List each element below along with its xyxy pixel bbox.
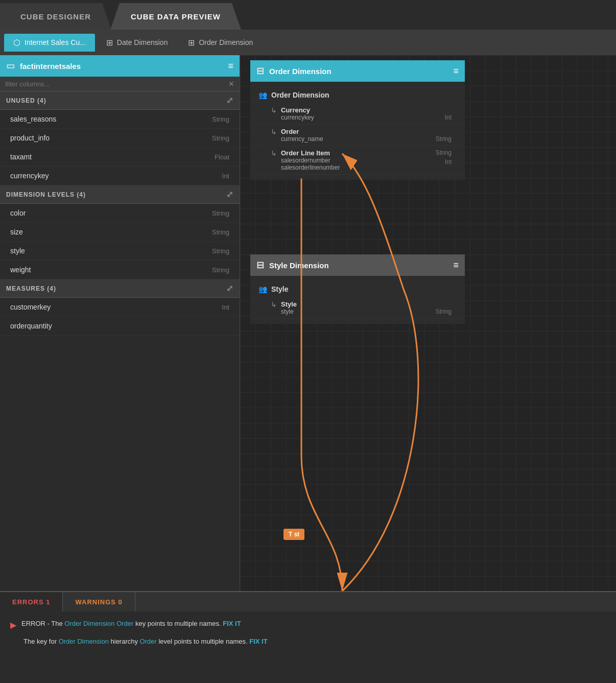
arrow-icon-order: ↳ [271,128,277,136]
main-content: ▭ factinternetsales ≡ ✕ UNUSED (4) ⤢ sal… [0,55,616,591]
order-dim-menu-icon[interactable]: ≡ [453,66,459,77]
error-text-2: The key for Order Dimension hierarchy Or… [23,637,268,647]
section-unused: UNUSED (4) ⤢ [0,91,240,110]
sub-tab-order-dimension[interactable]: ⊞ Order Dimension [179,34,262,52]
right-panel: ⊟ Order Dimension ≡ 👥 Order Dimension ↳ … [240,55,616,591]
section-expand-measures[interactable]: ⤢ [226,284,233,293]
left-panel-header: ▭ factinternetsales ≡ [0,55,240,77]
error-row-1: ▶ ERROR - The Order Dimension Order key … [10,619,606,631]
drag-badge[interactable]: T st [283,529,304,540]
style-dim-header: ⊟ Style Dimension ≡ [250,254,465,276]
style-hierarchy-icon: 👥 [258,285,267,293]
sub-tab-bar: ⬡ Internet Sales Cu... ⊞ Date Dimension … [0,30,616,55]
section-expand-dim[interactable]: ⤢ [226,190,233,199]
tab-bar: CUBE DESIGNER CUBE DATA PREVIEW [0,0,616,30]
error-icon-1: ▶ [10,619,16,631]
tab-cube-designer[interactable]: CUBE DESIGNER [0,3,111,30]
bottom-content: ▶ ERROR - The Order Dimension Order key … [0,611,616,654]
left-panel-menu-icon[interactable]: ≡ [228,61,233,72]
order-dim-header: ⊟ Order Dimension ≡ [250,60,465,82]
section-expand-unused[interactable]: ⤢ [226,96,233,105]
filter-clear-icon[interactable]: ✕ [228,80,234,88]
left-panel: ▭ factinternetsales ≡ ✕ UNUSED (4) ⤢ sal… [0,55,240,591]
field-currencykey: currencykey Int [0,167,240,185]
bottom-tabs: ERRORS 1 WARNINGS 0 [0,592,616,611]
style-dim-menu-icon[interactable]: ≡ [453,260,459,271]
hierarchy-structure-icon: 👥 [258,91,267,99]
error-row-2: The key for Order Dimension hierarchy Or… [10,637,606,647]
level-style: ↳ Style style String [250,297,465,319]
field-color: color String [0,204,240,223]
error-highlight-1: Order Dimension Order [64,620,133,627]
cube-icon: ⬡ [13,38,20,48]
field-size: size String [0,223,240,242]
level-currency: ↳ Currency currencykey Int [250,103,465,125]
table-icon-2: ⊞ [188,38,195,48]
order-hierarchy-name: 👥 Order Dimension [250,87,465,103]
left-panel-title: factinternetsales [20,62,223,70]
hierarchy-icon-order: ⊟ [256,65,264,77]
arrow-icon-style: ↳ [271,300,277,309]
field-taxamt: taxamt Float [0,148,240,167]
style-dimension-card: ⊟ Style Dimension ≡ 👥 Style ↳ Style styl… [250,254,465,324]
field-customerkey: customerkey Int [0,298,240,317]
bottom-tab-warnings[interactable]: WARNINGS 0 [63,592,135,611]
field-weight: weight String [0,261,240,279]
bottom-tab-errors[interactable]: ERRORS 1 [0,592,63,611]
fix-link-2[interactable]: FIX IT [249,638,267,645]
bottom-panel: ERRORS 1 WARNINGS 0 ▶ ERROR - The Order … [0,591,616,683]
error-highlight-2b: Order [140,638,157,645]
order-dim-hierarchy: 👥 Order Dimension ↳ Currency currencykey… [250,82,465,180]
error-highlight-2a: Order Dimension [59,638,109,645]
fix-link-1[interactable]: FIX IT [223,620,241,627]
style-dim-hierarchy: 👥 Style ↳ Style style String [250,276,465,324]
field-product-info: product_info String [0,129,240,148]
section-measures: MEASURES (4) ⤢ [0,279,240,298]
style-dim-title: Style Dimension [269,261,448,270]
order-dimension-card: ⊟ Order Dimension ≡ 👥 Order Dimension ↳ … [250,60,465,180]
hierarchy-icon-style: ⊟ [256,260,264,271]
field-style: style String [0,242,240,261]
sub-tab-internet-sales[interactable]: ⬡ Internet Sales Cu... [4,34,95,52]
sub-tab-date-dimension[interactable]: ⊞ Date Dimension [97,34,177,52]
arrow-icon-currency: ↳ [271,106,277,114]
order-dim-title: Order Dimension [269,67,448,76]
table-icon: ⊞ [106,38,113,48]
level-order: ↳ Order currency_name String [250,125,465,146]
filter-row: ✕ [0,77,240,91]
table-panel-icon: ▭ [6,60,15,72]
field-orderquantity: orderquantity [0,317,240,336]
tab-cube-data-preview[interactable]: CUBE DATA PREVIEW [110,3,241,30]
arrow-icon-line: ↳ [271,149,277,157]
level-order-line-item: ↳ Order Line Item salesordernumber sales… [250,146,465,175]
error-text-1: ERROR - The Order Dimension Order key po… [21,619,241,629]
style-hierarchy-name: 👥 Style [250,281,465,297]
filter-input[interactable] [5,80,228,88]
section-dimension-levels: DIMENSION LEVELS (4) ⤢ [0,185,240,204]
field-sales-reasons: sales_reasons String [0,110,240,129]
